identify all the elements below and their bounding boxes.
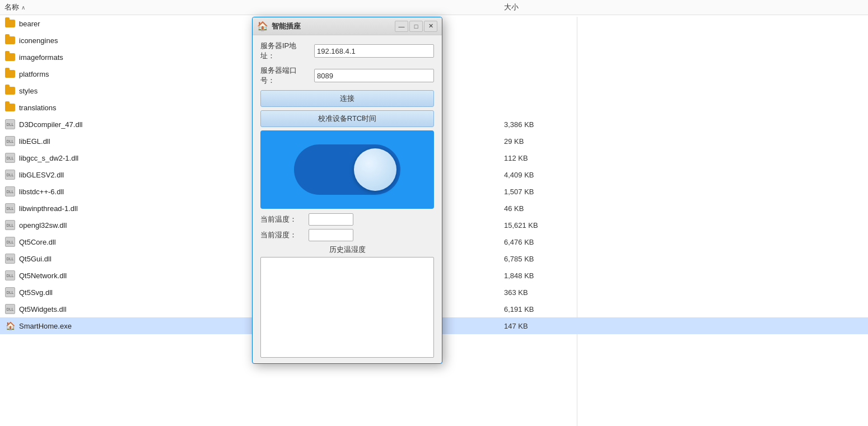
titlebar-buttons: — □ ✕: [395, 21, 437, 32]
dialog-body: 服务器IP地址： 服务器端口号： 连接 校准设备RTC时间 当前温度：: [253, 35, 442, 363]
dll-icon: DLL: [4, 186, 16, 197]
history-section: 历史温湿度: [260, 245, 434, 358]
folder-icon: [4, 18, 16, 29]
humidity-row: 当前湿度：: [260, 229, 434, 241]
history-box: [260, 257, 434, 358]
col-name-header: 名称 ∧: [4, 2, 228, 12]
server-port-row: 服务器端口号：: [260, 65, 434, 86]
file-size: 6,476 KB: [504, 238, 534, 246]
calibrate-button[interactable]: 校准设备RTC时间: [260, 110, 434, 127]
file-size: 1,848 KB: [504, 271, 534, 280]
folder-icon: [4, 52, 16, 63]
server-ip-row: 服务器IP地址：: [260, 41, 434, 61]
dll-icon: DLL: [4, 253, 16, 264]
dll-icon: DLL: [4, 119, 16, 130]
file-size: 4,409 KB: [504, 171, 534, 179]
dll-icon: DLL: [4, 169, 16, 180]
dll-icon: DLL: [4, 287, 16, 298]
exe-icon: 🏠: [4, 320, 16, 331]
dll-icon: DLL: [4, 303, 16, 315]
file-size: 29 KB: [504, 137, 524, 146]
restore-button[interactable]: □: [409, 21, 423, 32]
smart-socket-dialog: 🏠 智能插座 — □ ✕ 服务器IP地址： 服务器端口号： 连接: [252, 17, 442, 364]
file-size: 3,386 KB: [504, 120, 534, 129]
sort-arrow: ∧: [21, 4, 25, 11]
file-size: 363 KB: [504, 288, 528, 297]
name-column-label: 名称: [4, 2, 19, 12]
server-port-label: 服务器端口号：: [260, 65, 311, 86]
dialog-titlebar: 🏠 智能插座 — □ ✕: [253, 17, 442, 35]
server-ip-label: 服务器IP地址：: [260, 41, 311, 61]
file-size: 1,507 KB: [504, 188, 534, 196]
toggle-knob: [354, 148, 396, 191]
connect-button[interactable]: 连接: [260, 90, 434, 107]
dll-icon: DLL: [4, 219, 16, 231]
temp-input[interactable]: [309, 213, 353, 226]
dialog-title-text: 智能插座: [272, 21, 391, 31]
minimize-button[interactable]: —: [395, 21, 408, 32]
temperature-row: 当前温度：: [260, 213, 434, 226]
file-size: 46 KB: [504, 204, 524, 213]
humidity-input[interactable]: [309, 229, 353, 241]
size-column-label: 大小: [504, 2, 519, 12]
dll-icon: DLL: [4, 135, 16, 147]
toggle-switch-area[interactable]: [260, 130, 434, 209]
folder-icon: [4, 68, 16, 79]
server-port-input[interactable]: [314, 69, 434, 82]
dll-icon: DLL: [4, 270, 16, 281]
dll-icon: DLL: [4, 236, 16, 247]
dialog-title-icon: 🏠: [257, 21, 268, 31]
file-size: 112 KB: [504, 154, 528, 162]
humidity-label: 当前湿度：: [260, 230, 305, 240]
temp-label: 当前温度：: [260, 214, 305, 224]
dll-icon: DLL: [4, 152, 16, 163]
history-label: 历史温湿度: [260, 245, 434, 255]
close-button[interactable]: ✕: [424, 21, 437, 32]
dll-icon: DLL: [4, 203, 16, 214]
column-headers: 名称 ∧ 大小: [0, 0, 868, 15]
folder-icon: [4, 102, 16, 113]
file-size: 6,191 KB: [504, 305, 534, 313]
toggle-track: [294, 144, 400, 195]
file-size: 147 KB: [504, 322, 528, 330]
file-size: 15,621 KB: [504, 221, 538, 230]
server-ip-input[interactable]: [314, 44, 434, 58]
file-size: 6,785 KB: [504, 255, 534, 263]
folder-icon: [4, 85, 16, 96]
folder-icon: [4, 35, 16, 46]
